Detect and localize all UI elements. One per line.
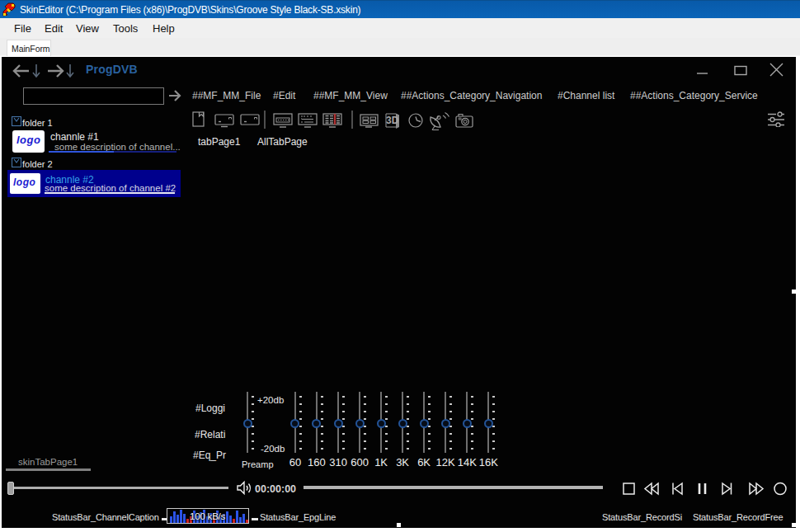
- svg-text:3D: 3D: [386, 115, 399, 126]
